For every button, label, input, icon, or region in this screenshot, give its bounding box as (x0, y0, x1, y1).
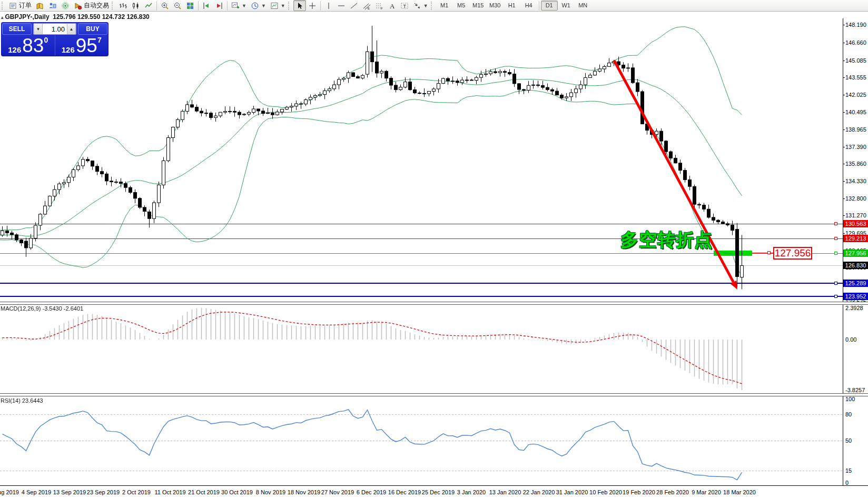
profile-button[interactable] (46, 0, 59, 11)
timeframe-d1-button[interactable]: D1 (541, 1, 558, 11)
line-chart-button[interactable] (142, 0, 155, 11)
volume-decrease-button[interactable]: ▼ (34, 24, 43, 34)
templates-icon (270, 2, 279, 10)
channel-icon: E (362, 2, 371, 10)
history-button[interactable] (34, 0, 46, 11)
symbol-info: ▴GBPJPY-,Daily 125.796 129.550 124.732 1… (1, 13, 150, 21)
rsi-canvas[interactable] (0, 396, 843, 485)
svg-text:F: F (381, 7, 383, 10)
dropdown-arrow-icon[interactable]: ▼ (242, 3, 246, 8)
auto-trading-icon (74, 2, 82, 10)
date-axis-label: 21 Oct 2019 (188, 489, 220, 495)
caret-up-icon: ▲ (70, 27, 74, 32)
panel-separator[interactable] (0, 393, 868, 396)
toolbar-drag-handle[interactable] (288, 2, 292, 10)
volume-spinner: ▼ ▲ (33, 23, 76, 35)
buy-button[interactable]: BUY (78, 23, 107, 35)
price-tick (843, 215, 845, 216)
turning-point-annotation[interactable]: 多空转折点 (620, 231, 713, 248)
price-tag: 130.563 (843, 220, 868, 227)
auto-trading-button[interactable]: 自动交易 (72, 0, 111, 11)
auto-scroll-button[interactable] (200, 0, 213, 11)
panel-separator[interactable] (0, 302, 868, 305)
dropdown-arrow-icon[interactable]: ▼ (261, 3, 266, 8)
sell-price-small: 126 (8, 46, 21, 54)
dropdown-arrow-icon[interactable]: ▼ (281, 3, 285, 8)
rsi-indicator-label: RSI(14) 23.6443 (1, 397, 43, 404)
price-tick (843, 233, 845, 234)
tile-windows-icon (186, 2, 194, 10)
toolbar-drag-handle[interactable] (431, 2, 435, 10)
buy-price[interactable]: 126 95 7 (55, 35, 108, 55)
window-marker-icon: ▴ (1, 15, 4, 20)
dropdown-arrow-icon[interactable]: ▼ (423, 3, 428, 8)
timeframe-m1-button[interactable]: M1 (436, 1, 453, 11)
timeframe-m15-button[interactable]: M15 (470, 1, 487, 11)
sell-price[interactable]: 126 83 0 (2, 35, 55, 55)
new-order-button[interactable]: 订单 (7, 0, 34, 11)
buy-price-big: 95 (76, 38, 97, 54)
arrows-button[interactable]: ▼ (411, 0, 430, 11)
sell-button[interactable]: SELL (2, 23, 32, 35)
text-button[interactable]: A (386, 0, 398, 11)
date-axis-label: 22 Jan 2020 (523, 489, 555, 495)
macd-indicator-label: MACD(12,26,9) -3.5430 -2.6401 (1, 305, 83, 312)
chart-shift-button[interactable] (213, 0, 225, 11)
crosshair-button[interactable] (306, 0, 319, 11)
timeframe-mn-button[interactable]: MN (575, 1, 591, 11)
price-tag: 127.956 (843, 250, 868, 257)
price-chart-canvas[interactable] (0, 18, 843, 302)
templates-button[interactable]: ▼ (268, 0, 288, 11)
svg-text:T: T (403, 3, 406, 8)
date-axis-label: 26 Aug 2019 (0, 489, 19, 495)
new-chart-button[interactable]: ▼ (229, 0, 249, 11)
date-axis-label: 16 Dec 2019 (388, 489, 421, 495)
macd-axis-label: 2.3928 (845, 305, 863, 311)
date-axis-label: 3 Jan 2020 (457, 489, 486, 495)
signal-icon (61, 2, 70, 10)
tile-windows-button[interactable] (184, 0, 196, 11)
timeframe-h4-button[interactable]: H4 (520, 1, 537, 11)
macd-canvas[interactable] (0, 304, 843, 394)
candlestick-chart-button[interactable] (130, 0, 142, 11)
trendline-button[interactable] (348, 0, 360, 11)
toolbar-separator (198, 1, 199, 11)
vertical-line-button[interactable] (322, 0, 335, 11)
macd-axis-label: -3.8257 (845, 387, 865, 393)
periods-button[interactable]: ▼ (249, 0, 268, 11)
line-chart-icon (144, 2, 153, 10)
cursor-button[interactable] (293, 0, 306, 11)
zoom-in-button[interactable] (159, 0, 171, 11)
volume-input[interactable] (43, 24, 67, 34)
zoom-out-button[interactable] (171, 0, 184, 11)
price-tick (843, 164, 845, 164)
new-order-button-label: 订单 (19, 1, 32, 10)
volume-increase-button[interactable]: ▲ (67, 24, 76, 34)
rsi-axis-label: 15 (845, 467, 852, 474)
timeframe-m5-button[interactable]: M5 (453, 1, 470, 11)
price-tag: 126.830 (843, 262, 868, 269)
date-axis-label: 27 Nov 2019 (321, 489, 354, 495)
date-axis-label: 23 Sep 2019 (87, 489, 120, 495)
text-label-button[interactable]: T (398, 0, 411, 11)
timeframe-h1-button[interactable]: H1 (504, 1, 520, 11)
price-tick (843, 181, 845, 182)
quote-top-row: SELL ▼ ▲ BUY (2, 23, 108, 35)
price-tick (843, 95, 845, 95)
step-back-icon (202, 2, 211, 10)
toolbar-drag-handle[interactable] (112, 2, 115, 10)
bar-chart-button[interactable] (117, 0, 130, 11)
fibonacci-button[interactable]: F (373, 0, 386, 11)
channel-button[interactable]: E (360, 0, 373, 11)
quote-prices: 126 83 0 126 95 7 (2, 35, 108, 55)
time-scale-axis[interactable]: 26 Aug 20194 Sep 201913 Sep 201923 Sep 2… (0, 486, 868, 498)
horizontal-line-button[interactable] (335, 0, 348, 11)
rsi-axis-label: 100 (845, 396, 855, 402)
toolbar-drag-handle[interactable] (2, 2, 5, 10)
date-axis-label: 13 Sep 2019 (53, 489, 86, 495)
timeframe-m30-button[interactable]: M30 (487, 1, 504, 11)
signal-button[interactable] (59, 0, 72, 11)
timeframe-w1-button[interactable]: W1 (558, 1, 575, 11)
price-callout-anchor (767, 251, 771, 254)
price-callout-box[interactable]: 127.956 (773, 247, 812, 260)
